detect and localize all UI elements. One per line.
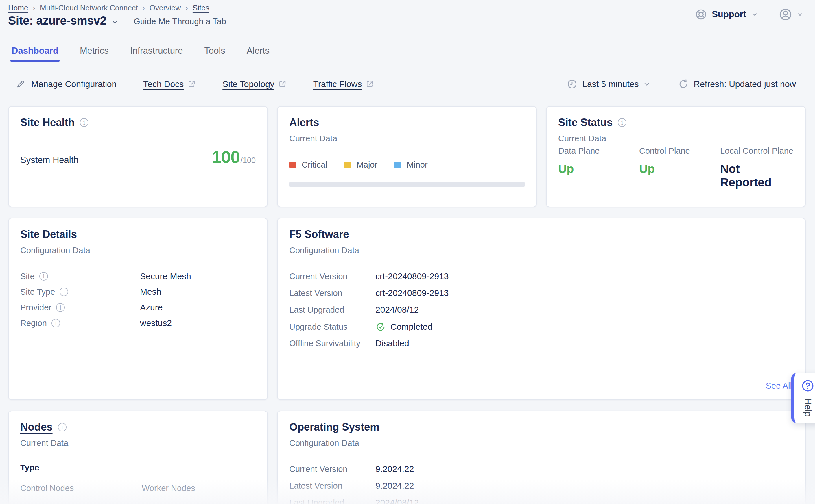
os-last-upgraded-value: 2024/08/12 xyxy=(375,498,794,504)
control-nodes-value: 1 xyxy=(20,501,142,504)
alerts-stacked-bar xyxy=(289,182,525,187)
alerts-subtitle: Current Data xyxy=(289,134,525,143)
question-circle-icon xyxy=(801,379,814,392)
site-selector-chevron-down-icon[interactable] xyxy=(111,18,118,26)
latest-version-row: Latest Version crt-20240809-2913 xyxy=(289,288,794,298)
info-icon[interactable]: i xyxy=(60,288,68,296)
os-current-version-value: 9.2024.22 xyxy=(375,464,794,474)
site-topology-label: Site Topology xyxy=(223,79,275,89)
region-label: Region xyxy=(20,318,47,328)
tab-infrastructure[interactable]: Infrastructure xyxy=(129,46,184,62)
nodes-subtitle: Current Data xyxy=(20,438,256,448)
traffic-flows-label: Traffic Flows xyxy=(313,79,362,89)
control-nodes-label: Control Nodes xyxy=(20,483,142,493)
legend-item-major: Major xyxy=(344,160,378,170)
see-all-link[interactable]: See All xyxy=(766,381,792,391)
latest-version-value: crt-20240809-2913 xyxy=(375,288,794,298)
tab-metrics[interactable]: Metrics xyxy=(79,46,110,62)
offline-survivability-label: Offline Survivability xyxy=(289,339,375,348)
site-details-title: Site Details xyxy=(20,228,77,240)
time-range-value: Last 5 minutes xyxy=(582,79,639,89)
breadcrumb-sites[interactable]: Sites xyxy=(192,3,210,12)
support-menu[interactable]: Support xyxy=(695,8,758,21)
alerts-title-link[interactable]: Alerts xyxy=(289,116,319,129)
site-type-value: Mesh xyxy=(140,287,256,297)
chevron-right-icon: › xyxy=(142,3,145,12)
os-last-upgraded-label: Last Upgraded xyxy=(289,498,375,504)
nodes-type-header: Type xyxy=(20,463,256,473)
help-panel-toggle[interactable]: Help xyxy=(791,373,815,423)
control-nodes-count: Control Nodes 1 xyxy=(20,483,142,504)
os-latest-version-value: 9.2024.22 xyxy=(375,481,794,491)
provider-label: Provider xyxy=(20,303,51,312)
manage-configuration-button[interactable]: Manage Configuration xyxy=(16,79,116,89)
tab-alerts[interactable]: Alerts xyxy=(246,46,271,62)
site-status-subtitle: Current Data xyxy=(558,134,794,143)
major-swatch xyxy=(344,162,351,168)
info-icon[interactable]: i xyxy=(39,272,48,281)
os-latest-version-label: Latest Version xyxy=(289,481,375,491)
time-range-chevron-down-icon xyxy=(643,81,650,88)
tech-docs-link[interactable]: Tech Docs xyxy=(143,79,196,89)
info-icon[interactable]: i xyxy=(618,118,627,127)
control-plane-value: Up xyxy=(639,162,720,176)
site-type-row: Site Typei Mesh xyxy=(20,287,256,296)
site-value: Secure Mesh xyxy=(140,271,256,281)
control-plane-label: Control Plane xyxy=(639,146,720,156)
data-plane-value: Up xyxy=(558,162,639,176)
os-current-version-row: Current Version 9.2024.22 xyxy=(289,464,794,474)
account-chevron-down-icon xyxy=(797,11,803,18)
system-health-score: 100 xyxy=(212,147,240,167)
offline-survivability-row: Offline Survivability Disabled xyxy=(289,338,794,348)
site-label: Site xyxy=(20,272,35,281)
support-label: Support xyxy=(712,9,746,20)
system-health-score-max: /100 xyxy=(240,156,256,165)
lifebuoy-icon xyxy=(695,8,707,21)
upgrade-status-value: Completed xyxy=(390,322,432,332)
legend-item-minor: Minor xyxy=(394,160,428,170)
external-link-icon xyxy=(365,80,374,88)
info-icon[interactable]: i xyxy=(80,118,88,127)
last-upgraded-value: 2024/08/12 xyxy=(375,305,794,315)
page-title: Site: azure-smsv2 xyxy=(8,14,106,27)
header-actions: Support xyxy=(695,8,803,21)
site-health-card: Site Health i System Health 100 /100 xyxy=(8,106,268,207)
breadcrumb-overview: Overview xyxy=(149,3,181,12)
page-title-row: Site: azure-smsv2 Guide Me Through a Tab xyxy=(8,14,226,27)
tab-bar: Dashboard Metrics Infrastructure Tools A… xyxy=(10,46,271,62)
last-upgraded-label: Last Upgraded xyxy=(289,305,375,315)
worker-nodes-value: 0 xyxy=(142,501,256,504)
guide-me-link[interactable]: Guide Me Through a Tab xyxy=(134,17,226,26)
nodes-title-link[interactable]: Nodes xyxy=(20,421,53,433)
clock-icon xyxy=(566,79,577,90)
help-label: Help xyxy=(802,398,813,417)
dashboard-card-grid: Site Health i System Health 100 /100 Ale… xyxy=(8,106,806,504)
info-icon[interactable]: i xyxy=(56,303,65,312)
tab-dashboard[interactable]: Dashboard xyxy=(10,46,60,62)
info-icon[interactable]: i xyxy=(58,423,66,431)
breadcrumb-home[interactable]: Home xyxy=(8,3,28,12)
account-menu[interactable] xyxy=(779,8,803,21)
tab-tools[interactable]: Tools xyxy=(203,46,226,62)
time-range-select[interactable]: Last 5 minutes xyxy=(566,79,650,90)
site-topology-link[interactable]: Site Topology xyxy=(223,79,287,89)
info-icon[interactable]: i xyxy=(51,319,60,327)
worker-nodes-count: Worker Nodes 0 xyxy=(142,483,256,504)
local-control-plane-status: Local Control Plane Not Reported xyxy=(720,146,794,189)
critical-swatch xyxy=(289,162,296,168)
critical-label: Critical xyxy=(302,160,327,170)
site-type-label: Site Type xyxy=(20,287,55,297)
local-control-plane-label: Local Control Plane xyxy=(720,146,794,156)
site-status-title: Site Status xyxy=(558,116,613,129)
minor-label: Minor xyxy=(407,160,428,170)
refresh-button[interactable]: Refresh: Updated just now xyxy=(678,79,796,90)
provider-row: Provideri Azure xyxy=(20,303,256,312)
nodes-card: Nodes i Current Data Type Control Nodes … xyxy=(8,411,268,504)
site-status-card: Site Status i Current Data Data Plane Up… xyxy=(546,106,806,207)
refresh-icon xyxy=(678,79,689,90)
traffic-flows-link[interactable]: Traffic Flows xyxy=(313,79,374,89)
legend-item-critical: Critical xyxy=(289,160,327,170)
control-plane-status: Control Plane Up xyxy=(639,146,720,189)
latest-version-label: Latest Version xyxy=(289,288,375,298)
offline-survivability-value: Disabled xyxy=(375,338,794,348)
